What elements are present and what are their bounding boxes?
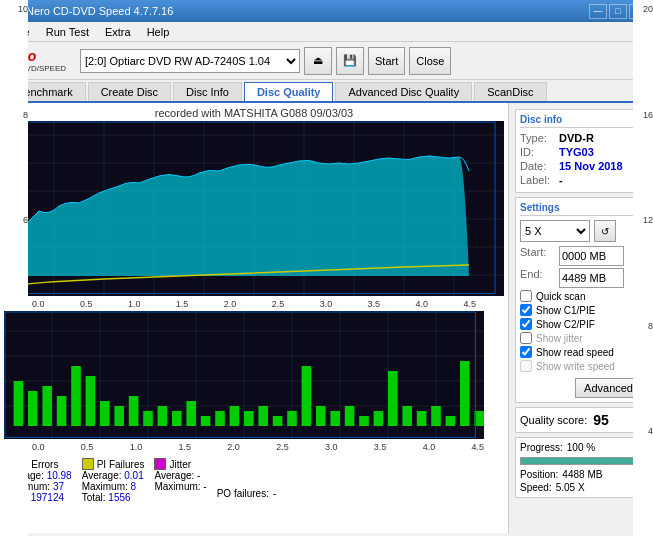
start-row: Start:	[520, 246, 642, 266]
progress-value: 100 %	[567, 442, 595, 453]
disc-type-row: Type: DVD-R	[520, 132, 642, 144]
start-input[interactable]	[559, 246, 624, 266]
show-read-speed-row: Show read speed	[520, 346, 642, 358]
jitter-legend: Jitter Average: - Maximum: -	[154, 458, 206, 503]
disc-date-value: 15 Nov 2018	[559, 160, 623, 172]
po-failures-legend: PO failures: -	[217, 458, 277, 503]
jitter-label: Jitter	[169, 459, 191, 470]
svg-rect-43	[215, 411, 225, 426]
minimize-button[interactable]: —	[589, 4, 607, 19]
settings-panel: Settings 5 X ↺ Start: End: Quick scan	[515, 197, 647, 403]
svg-rect-32	[57, 396, 67, 426]
right-panel: Disc info Type: DVD-R ID: TYG03 Date: 15…	[508, 103, 653, 533]
tab-disc-info[interactable]: Disc Info	[173, 82, 242, 101]
title-bar: 💿 Nero CD-DVD Speed 4.7.7.16 — □ ✕	[0, 0, 653, 22]
disc-id-value: TYG03	[559, 146, 594, 158]
disc-id-label: ID:	[520, 146, 555, 158]
progress-info: Progress: 100 % Position: 4488 MB Speed:…	[520, 442, 642, 493]
show-c2pif-checkbox[interactable]	[520, 318, 532, 330]
disc-type-value: DVD-R	[559, 132, 594, 144]
bottom-chart	[4, 311, 484, 441]
show-c1pie-checkbox[interactable]	[520, 304, 532, 316]
quick-scan-row: Quick scan	[520, 290, 642, 302]
disc-type-label: Type:	[520, 132, 555, 144]
pi-failures-label: PI Failures	[97, 459, 145, 470]
drive-select[interactable]: [2:0] Optiarc DVD RW AD-7240S 1.04	[80, 49, 300, 73]
end-input[interactable]	[559, 268, 624, 288]
end-row: End:	[520, 268, 642, 288]
advanced-btn-wrapper: Advanced	[520, 376, 642, 398]
svg-rect-44	[230, 406, 240, 426]
menu-help[interactable]: Help	[139, 24, 178, 40]
legend: PI Errors Average: 10.98 Maximum: 37 Tot…	[4, 456, 504, 505]
svg-rect-33	[71, 366, 81, 426]
show-write-speed-checkbox[interactable]	[520, 360, 532, 372]
start-button[interactable]: Start	[368, 47, 405, 75]
disc-label-value: -	[559, 174, 563, 186]
svg-rect-57	[417, 411, 427, 426]
tab-advanced-disc-quality[interactable]: Advanced Disc Quality	[335, 82, 472, 101]
show-c1pie-row: Show C1/PIE	[520, 304, 642, 316]
show-read-speed-checkbox[interactable]	[520, 346, 532, 358]
speed-select[interactable]: 5 X	[520, 220, 590, 242]
progress-label: Progress:	[520, 442, 563, 453]
svg-rect-58	[431, 406, 441, 426]
start-label: Start:	[520, 246, 555, 266]
show-jitter-checkbox[interactable]	[520, 332, 532, 344]
refresh-icon-btn[interactable]: ↺	[594, 220, 616, 242]
quality-score-row: Quality score: 95	[520, 412, 642, 428]
show-jitter-label: Show jitter	[536, 333, 583, 344]
progress-panel: Progress: 100 % Position: 4488 MB Speed:…	[515, 437, 647, 498]
disc-id-row: ID: TYG03	[520, 146, 642, 158]
top-y-axis-right: 20 16 12 8 4	[633, 0, 653, 536]
quick-scan-label: Quick scan	[536, 291, 585, 302]
position-label: Position:	[520, 469, 558, 480]
svg-rect-36	[114, 406, 124, 426]
show-c1pie-label: Show C1/PIE	[536, 305, 595, 316]
svg-rect-42	[201, 416, 211, 426]
bottom-chart-svg	[4, 311, 484, 439]
svg-rect-38	[143, 411, 153, 426]
disc-date-row: Date: 15 Nov 2018	[520, 160, 642, 172]
bottom-chart-wrapper: 10 8 6 4 2	[4, 311, 504, 441]
chart-title: recorded with MATSHITA G088 09/03/03	[4, 107, 504, 119]
quality-panel: Quality score: 95	[515, 407, 647, 433]
tab-scandisc[interactable]: ScanDisc	[474, 82, 546, 101]
tab-create-disc[interactable]: Create Disc	[88, 82, 171, 101]
svg-rect-37	[129, 396, 139, 426]
disc-info-title: Disc info	[520, 114, 642, 128]
svg-rect-56	[402, 406, 412, 426]
progress-bar	[520, 457, 642, 465]
svg-rect-39	[158, 406, 168, 426]
title-bar-left: 💿 Nero CD-DVD Speed 4.7.7.16	[6, 4, 173, 18]
quick-scan-checkbox[interactable]	[520, 290, 532, 302]
tab-disc-quality[interactable]: Disc Quality	[244, 82, 334, 101]
menu-extra[interactable]: Extra	[97, 24, 139, 40]
menu-run-test[interactable]: Run Test	[38, 24, 97, 40]
progress-value-row: Progress: 100 %	[520, 442, 642, 453]
disc-label-label: Label:	[520, 174, 555, 186]
eject-icon-btn[interactable]: ⏏	[304, 47, 332, 75]
jitter-color	[154, 458, 166, 470]
close-button-toolbar[interactable]: Close	[409, 47, 451, 75]
advanced-button[interactable]: Advanced	[575, 378, 642, 398]
svg-rect-59	[446, 416, 456, 426]
svg-rect-29	[14, 381, 24, 426]
svg-rect-31	[42, 386, 52, 426]
pi-failures-color	[82, 458, 94, 470]
top-chart	[4, 121, 504, 298]
svg-rect-41	[186, 401, 196, 426]
quality-score-value: 95	[593, 412, 609, 428]
save-icon-btn[interactable]: 💾	[336, 47, 364, 75]
svg-rect-52	[345, 406, 355, 426]
settings-title: Settings	[520, 202, 642, 216]
top-x-axis: 0.0 0.5 1.0 1.5 2.0 2.5 3.0 3.5 4.0 4.5	[4, 299, 504, 309]
maximize-button[interactable]: □	[609, 4, 627, 19]
svg-rect-50	[316, 406, 326, 426]
menu-bar: File Run Test Extra Help	[0, 22, 653, 42]
disc-date-label: Date:	[520, 160, 555, 172]
quality-score-label: Quality score:	[520, 414, 587, 426]
show-jitter-row: Show jitter	[520, 332, 642, 344]
position-value: 4488 MB	[562, 469, 602, 480]
show-c2pif-row: Show C2/PIF	[520, 318, 642, 330]
